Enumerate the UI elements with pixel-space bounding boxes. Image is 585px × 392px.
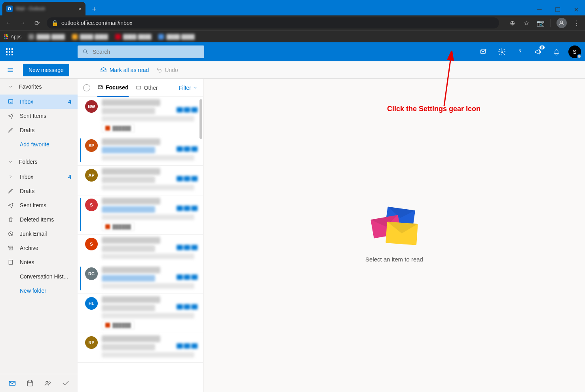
hamburger-icon — [7, 66, 14, 74]
bookmark-item[interactable]: ████ ████ — [72, 34, 108, 40]
nav-item-inbox[interactable]: Inbox 4 — [0, 95, 78, 109]
unread-bar — [80, 267, 81, 290]
search-box[interactable] — [78, 45, 204, 58]
message-time: ██:██ ██ — [177, 343, 198, 348]
nav-item-conversation-hist-[interactable]: Conversation Hist... — [0, 269, 78, 284]
outlook-header: 9 S — [0, 42, 585, 61]
app-launcher-button[interactable] — [0, 42, 19, 61]
message-item[interactable]: RC ██:██ ██ — [78, 264, 203, 294]
other-tab[interactable]: Other — [136, 79, 158, 97]
nav-item-notes[interactable]: Notes — [0, 255, 78, 269]
account-avatar[interactable]: S — [568, 45, 581, 58]
nav-item-sent-items[interactable]: Sent Items — [0, 198, 78, 212]
undo-label: Undo — [165, 67, 178, 73]
bookmark-star-icon[interactable]: ☆ — [522, 19, 531, 27]
window-close[interactable]: ✕ — [567, 4, 585, 15]
new-tab-button[interactable]: ＋ — [89, 3, 100, 14]
favorites-header[interactable]: Favorites — [0, 79, 78, 95]
message-list[interactable]: BW ██████ ██:██ ██ SP ██:██ ██ AP ██:██ … — [78, 97, 203, 392]
whatsnew-button[interactable]: 9 — [530, 42, 547, 61]
outlook-favicon: O — [6, 6, 13, 12]
sender-avatar: BW — [85, 100, 98, 113]
block-icon — [7, 231, 14, 237]
nav-item-junk-email[interactable]: Junk Email — [0, 227, 78, 241]
todo-module-button[interactable] — [60, 377, 72, 389]
nav-item-drafts[interactable]: Drafts — [0, 123, 78, 137]
url-input[interactable]: 🔒 outlook.office.com/mail/inbox — [47, 17, 499, 28]
sender-avatar: RC — [85, 267, 98, 280]
insights-button[interactable] — [475, 42, 492, 61]
notifications-button[interactable] — [548, 42, 565, 61]
nav-item-inbox[interactable]: Inbox 4 — [0, 170, 78, 184]
filter-button[interactable]: Filter — [179, 85, 198, 91]
message-item[interactable]: SP ██:██ ██ — [78, 136, 203, 166]
chevron-down-icon — [8, 159, 13, 165]
attachment-chip[interactable]: ██████ — [102, 321, 135, 330]
chrome-profile-icon[interactable] — [557, 18, 567, 28]
avatar-initial: S — [573, 49, 576, 55]
message-preview: ██████ — [102, 198, 199, 231]
mail-module-button[interactable] — [6, 377, 18, 389]
search-input[interactable] — [93, 49, 199, 55]
svg-rect-8 — [9, 381, 15, 385]
message-item[interactable]: S ██:██ ██ — [78, 235, 203, 264]
message-preview: ██████ — [102, 99, 199, 133]
scrollbar-thumb[interactable] — [199, 99, 202, 139]
message-item[interactable]: BW ██████ ██:██ ██ — [78, 97, 203, 136]
message-item[interactable]: AP ██:██ ██ — [78, 166, 203, 195]
sender-avatar: HL — [85, 297, 98, 310]
select-all-toggle[interactable] — [83, 84, 90, 91]
message-item[interactable]: S ██████ ██:██ ██ — [78, 195, 203, 235]
window-minimize[interactable]: ─ — [530, 4, 549, 15]
install-app-icon[interactable]: ⊕ — [508, 19, 517, 27]
url-text: outlook.office.com/mail/inbox — [61, 20, 133, 26]
mail-open-icon — [100, 66, 107, 73]
nav-item-deleted-items[interactable]: Deleted Items — [0, 212, 78, 227]
nav-toggle-button[interactable] — [5, 64, 16, 76]
chrome-menu-icon[interactable]: ⋮ — [572, 19, 581, 27]
message-item[interactable]: RP ██:██ ██ — [78, 333, 203, 363]
people-module-button[interactable] — [42, 377, 54, 389]
mark-all-read-button[interactable]: Mark all as read — [100, 66, 149, 73]
window-maximize[interactable]: ☐ — [549, 4, 567, 15]
browser-tab[interactable]: O Mail - Outlook × — [2, 2, 85, 15]
svg-point-10 — [46, 381, 48, 383]
folders-label: Folders — [19, 159, 38, 165]
calendar-icon — [26, 379, 34, 387]
pencil-icon — [7, 127, 14, 133]
nav-reload-icon[interactable]: ⟳ — [32, 19, 41, 27]
apps-shortcut[interactable]: Apps — [4, 34, 21, 40]
message-time: ██:██ ██ — [177, 245, 198, 250]
send-icon — [7, 202, 14, 208]
folders-header[interactable]: Folders — [0, 154, 78, 170]
nav-forward-icon[interactable]: → — [18, 19, 27, 27]
nav-item-sent-items[interactable]: Sent Items — [0, 109, 78, 123]
reading-pane: Select an item to read — [203, 79, 585, 392]
attachment-chip[interactable]: ██████ — [102, 124, 135, 133]
bookmark-item[interactable]: ████ ████ — [28, 34, 65, 40]
camera-icon[interactable]: 📷 — [536, 19, 545, 27]
unread-bar — [80, 198, 81, 231]
add-favorite-link[interactable]: Add favorite — [0, 137, 78, 151]
undo-button[interactable]: Undo — [156, 67, 178, 73]
bookmark-item[interactable]: ████ ████ — [115, 34, 151, 40]
bookmark-item[interactable]: ████ ████ — [158, 34, 194, 40]
new-folder-link[interactable]: New folder — [0, 284, 78, 298]
nav-item-count: 4 — [68, 98, 71, 105]
settings-button[interactable] — [493, 42, 511, 61]
browser-tabstrip: O Mail - Outlook × ＋ ─ ☐ ✕ — [0, 0, 585, 15]
nav-item-drafts[interactable]: Drafts — [0, 184, 78, 198]
nav-back-icon[interactable]: ← — [4, 19, 13, 27]
unread-bar — [80, 168, 81, 192]
help-button[interactable] — [511, 42, 529, 61]
message-item[interactable]: HL ██████ ██:██ ██ — [78, 294, 203, 333]
waffle-icon — [6, 48, 13, 55]
calendar-module-button[interactable] — [24, 377, 36, 389]
close-tab-icon[interactable]: × — [78, 6, 82, 12]
attachment-chip[interactable]: ██████ — [102, 222, 135, 231]
chevron-down-icon — [8, 84, 13, 89]
nav-item-archive[interactable]: Archive — [0, 241, 78, 255]
sender-avatar: AP — [85, 169, 98, 182]
focused-tab[interactable]: Focused — [97, 79, 129, 97]
new-message-button[interactable]: New message — [23, 64, 69, 76]
